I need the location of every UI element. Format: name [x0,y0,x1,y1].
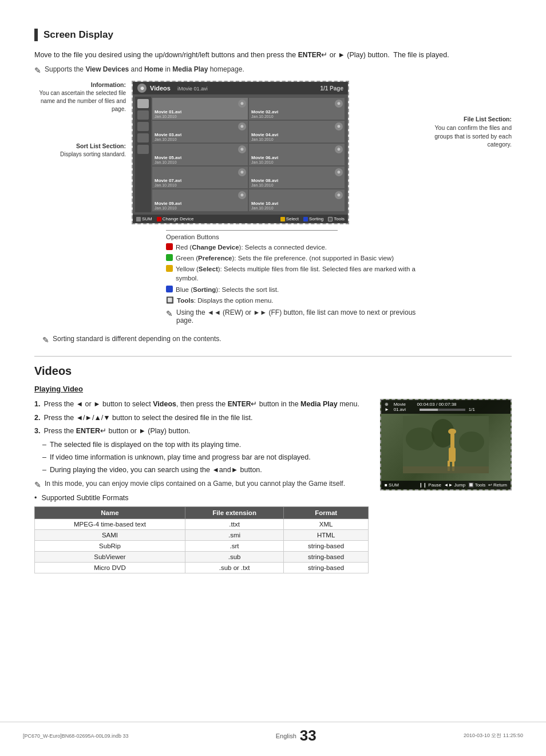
row1-format: XML [284,519,369,530]
row5-ext: .sub or .txt [185,563,283,573]
sidebar-item-3 [137,122,149,131]
info-label-title: Information: [34,81,126,89]
tv-header-page: 1/1 Page [320,85,343,92]
progress-bar [420,409,465,411]
op-green: Green (Preference): Sets the file prefer… [166,254,420,263]
tv-bottom-bar: SUM Change Device Select Sorting [133,215,348,223]
file-icon-5: ⊕ [238,145,246,153]
giraffe-svg [403,416,489,473]
sort-label-block: Sort List Section: Displays sorting stan… [34,142,126,159]
player-page: 1/1 [469,407,475,412]
sidebar-item-4 [137,133,149,143]
table-row: MPEG-4 time-based text .ttxt XML [35,519,369,530]
row1-ext: .ttxt [185,519,283,530]
step-2: 2. Press the ◄/►/▲/▼ button to select th… [34,413,369,423]
tv-diagram: ⊕ Videos iMovie 01.avi 1/1 Page [132,81,420,329]
player-time: 00:04:03 / 00:07:38 [417,402,457,407]
tv-file-3: ⊕ Movie 03.avi Jan.10.2010 [152,121,248,143]
file-icon-1: ⊕ [238,100,246,108]
row5-name: Micro DVD [35,563,185,573]
file-icon-8: ⊕ [335,168,343,176]
heading-bar [34,29,38,41]
row3-format: string-based [284,541,369,552]
row4-ext: .sub [185,552,283,563]
player-controls: ❙❙ Pause ◄► Jump 🔲 Tools ↩ Return [419,482,507,488]
file-list-label: File List Section: You can confirm the f… [426,115,512,149]
note-pencil-icon: ✎ [34,66,41,75]
video-overlay-bottom: ■ SUM ❙❙ Pause ◄► Jump 🔲 Tools ↩ Return [381,481,511,489]
table-row: SubViewer .sub string-based [35,552,369,563]
sidebar-item-2 [137,110,149,120]
file-list-body: You can confirm the files and groups tha… [426,124,512,149]
game-note: ✎ In this mode, you can enjoy movie clip… [34,480,369,489]
op-yellow: Yellow (Select): Selects multiple files … [166,264,420,283]
file-icon-7: ⊕ [238,168,246,176]
bullet-dot: • [34,494,37,502]
subtitle-table: Name File extension Format MPEG-4 time-b… [34,506,369,573]
operation-section: Operation Buttons Red (Change Device): S… [132,230,420,324]
sidebar-item-1 [137,99,149,108]
videos-section-title: Videos [34,365,512,378]
subtitle-formats-heading-point: • Supported Subtitle Formats [34,494,369,502]
screen-display-heading: Screen Display [34,29,512,41]
page-number: 33 [300,727,316,745]
file-list-title: File List Section: [426,115,512,124]
english-label: English [276,733,296,739]
player-filename: Movie 01.avi [394,402,417,412]
view-devices-note: ✎ Supports the View Devices and Home in … [34,65,512,75]
diagram-area: Information: You can ascertain the selec… [34,81,512,329]
info-label-body: You can ascertain the selected file name… [34,89,126,113]
svg-point-3 [459,432,484,452]
info-label-block: Information: You can ascertain the selec… [34,81,126,113]
col-format: Format [284,507,369,519]
bullet-1: The selected file is displayed on the to… [42,440,369,450]
select-btn: Select [280,216,299,221]
tv-header-title: Videos iMovie 01.avi [150,85,320,92]
blue-color-btn [166,286,173,292]
tv-file-8: ⊕ Movie 08.avi Jan.10.2010 [249,167,345,188]
tv-file-6: ⊕ Movie 06.avi Jan.10.2010 [249,144,345,165]
change-btn: Change Device [157,216,194,221]
playing-video-title: Playing Video [34,385,512,393]
sorting-btn: Sorting [303,216,323,221]
page-footer: [PC670_W-Euro]BN68-02695A-00L09.indb 33 … [0,722,546,745]
select-color [280,217,285,221]
file-icon-2: ⊕ [335,100,343,108]
section-divider [34,356,512,357]
intro-paragraph: Move to the file you desired using the u… [34,49,512,61]
tv-header-icon: ⊕ [137,84,147,93]
yellow-color-btn [166,265,173,272]
file-icon-4: ⊕ [335,122,343,130]
tv-file-grid: ⊕ Movie 01.avi Jan.10.2010 ⊕ Movie 02.av… [151,97,346,212]
tv-file-2: ⊕ Movie 02.avi Jan.10.2010 [249,98,345,120]
row4-format: string-based [284,552,369,563]
tools-square-icon: 🔲 [166,296,174,304]
game-note-text: In this mode, you can enjoy movie clips … [45,480,345,488]
tools-color [328,217,333,221]
tv-header: ⊕ Videos iMovie 01.avi 1/1 Page [133,82,348,94]
op-red: Red (Change Device): Selects a connected… [166,243,420,252]
row2-ext: .smi [185,530,283,541]
sort-note-area: ✎ Sorting standard is different dependin… [42,335,512,345]
footer-left: [PC670_W-Euro]BN68-02695A-00L09.indb 33 [23,733,128,739]
tv-content: ⊕ Movie 01.avi Jan.10.2010 ⊕ Movie 02.av… [133,94,348,215]
rew-ff-note: ✎ Using the ◄◄ (REW) or ►► (FF) button, … [166,308,420,324]
row5-format: string-based [284,563,369,573]
row3-ext: .srt [185,541,283,552]
row3-name: SubRip [35,541,185,552]
tv-file-7: ⊕ Movie 07.avi Jan.10.2010 [152,167,248,188]
table-row: SAMI .smi HTML [35,530,369,541]
view-devices-text: Supports the View Devices and Home in Me… [45,65,244,73]
bullets-list: The selected file is displayed on the to… [34,440,369,475]
tv-screen: ⊕ Videos iMovie 01.avi 1/1 Page [132,81,349,224]
video-overlay-top: ⊕ ► Movie 01.avi 00:04:03 / 00:07:38 1/1 [381,400,511,414]
footer-right: 2010-03-10 오전 11:25:50 [464,732,523,739]
col-ext: File extension [185,507,283,519]
diagram-labels-left: Information: You can ascertain the selec… [34,81,132,329]
table-row: SubRip .srt string-based [35,541,369,552]
sum-color [136,217,141,221]
subtitle-heading-text: Supported Subtitle Formats [41,494,128,502]
red-color-btn [166,243,173,250]
tools-btn: Tools [328,216,345,221]
tv-file-10: ⊕ Movie 10.avi Jan.10.2010 [249,189,345,211]
